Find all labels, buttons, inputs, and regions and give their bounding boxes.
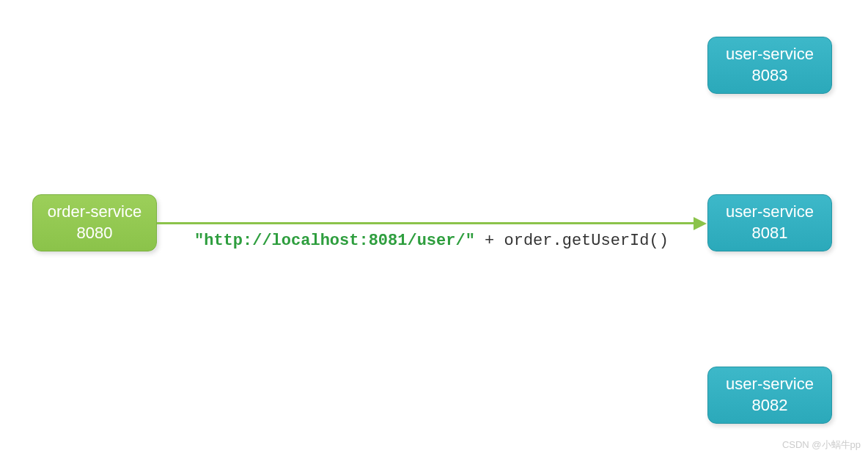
code-expr-text: + order.getUserId() [475,232,669,250]
code-url-text: "http://localhost:8081/user/" [194,232,475,250]
arrow-code-label: "http://localhost:8081/user/" + order.ge… [194,232,669,250]
node-title: user-service [726,202,814,223]
node-title: user-service [726,44,814,65]
user-service-8082-node: user-service 8082 [707,367,832,424]
user-service-8083-node: user-service 8083 [707,37,832,94]
watermark-text: CSDN @小蜗牛pp [782,438,861,452]
arrow-line [157,222,694,224]
order-service-node: order-service 8080 [32,194,157,251]
node-port: 8080 [77,223,113,244]
node-title: order-service [48,202,141,223]
arrow-head-icon [694,217,707,230]
user-service-8081-node: user-service 8081 [707,194,832,251]
node-port: 8083 [752,65,788,87]
node-port: 8081 [752,223,788,244]
node-port: 8082 [752,395,788,416]
node-title: user-service [726,374,814,395]
